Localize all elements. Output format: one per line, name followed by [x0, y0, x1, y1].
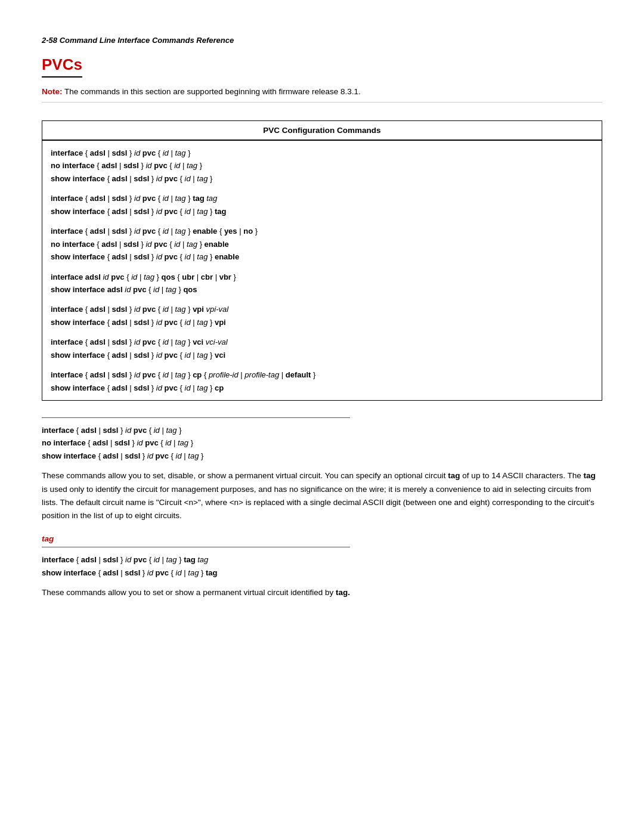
cmd-line: no interface { adsl | sdsl } id pvc { id…	[51, 159, 593, 172]
cmd-line: show interface { adsl | sdsl } id pvc { …	[51, 349, 593, 361]
page-header: 2-58 Command Line Interface Commands Ref…	[42, 36, 602, 45]
cmd-line: interface adsl id pvc { id | tag } qos {…	[51, 271, 593, 283]
cmd-group-2: interface { adsl | sdsl } id pvc { id | …	[51, 192, 593, 218]
cmd-group-7: interface { adsl | sdsl } id pvc { id | …	[51, 368, 593, 394]
cmd-group-1: interface { adsl | sdsl } id pvc { id | …	[51, 147, 593, 185]
table-header: PVC Configuration Commands	[42, 121, 602, 141]
subsection-tag-title: tag	[42, 534, 602, 543]
cmd-line: no interface { adsl | sdsl } id pvc { id…	[51, 238, 593, 250]
note-text: The commands in this section are support…	[64, 87, 361, 96]
section1-description: These commands allow you to set, disable…	[42, 469, 602, 522]
cmd-line: show interface { adsl | sdsl } id pvc { …	[51, 172, 593, 185]
cmd-line: interface { adsl | sdsl } id pvc { id | …	[51, 147, 593, 159]
cmd-group-4: interface adsl id pvc { id | tag } qos {…	[51, 271, 593, 296]
cmd-line: show interface { adsl | sdsl } id pvc { …	[51, 250, 593, 263]
cmd-group-3: interface { adsl | sdsl } id pvc { id | …	[51, 225, 593, 263]
cmd-line: interface { adsl | sdsl } id pvc { id | …	[42, 553, 602, 566]
cmd-line: show interface { adsl | sdsl } id pvc { …	[42, 450, 602, 462]
cmd-line: interface { adsl | sdsl } id pvc { id | …	[51, 368, 593, 381]
cmd-line: interface { adsl | sdsl } id pvc { id | …	[51, 192, 593, 205]
cmd-line: show interface { adsl | sdsl } id pvc { …	[42, 566, 602, 579]
cmd-group-5: interface { adsl | sdsl } id pvc { id | …	[51, 303, 593, 329]
section-title: PVCs	[42, 55, 82, 78]
pvc-config-table: PVC Configuration Commands interface { a…	[42, 120, 602, 401]
cmd-line: show interface { adsl | sdsl } id pvc { …	[51, 316, 593, 329]
cmd-line: show interface { adsl | sdsl } id pvc { …	[51, 382, 593, 394]
cmd-line: show interface adsl id pvc { id | tag } …	[51, 283, 593, 296]
cmd-group-6: interface { adsl | sdsl } id pvc { id | …	[51, 336, 593, 361]
cmd-line: show interface { adsl | sdsl } id pvc { …	[51, 205, 593, 218]
cmd-line: interface { adsl | sdsl } id pvc { id | …	[51, 336, 593, 348]
section-divider-1	[42, 417, 350, 418]
cmd-line: interface { adsl | sdsl } id pvc { id | …	[42, 424, 602, 436]
section-divider-2	[42, 547, 350, 547]
cmd-block-section1: interface { adsl | sdsl } id pvc { id | …	[42, 424, 602, 462]
cmd-line: no interface { adsl | sdsl } id pvc { id…	[42, 436, 602, 449]
cmd-line: interface { adsl | sdsl } id pvc { id | …	[51, 303, 593, 315]
cmd-line: interface { adsl | sdsl } id pvc { id | …	[51, 225, 593, 237]
note-box: Note: The commands in this section are s…	[42, 87, 602, 103]
table-body: interface { adsl | sdsl } id pvc { id | …	[42, 140, 602, 401]
cmd-block-section2: interface { adsl | sdsl } id pvc { id | …	[42, 553, 602, 579]
note-label: Note:	[42, 87, 63, 96]
section2-description: These commands allow you to set or show …	[42, 586, 602, 599]
